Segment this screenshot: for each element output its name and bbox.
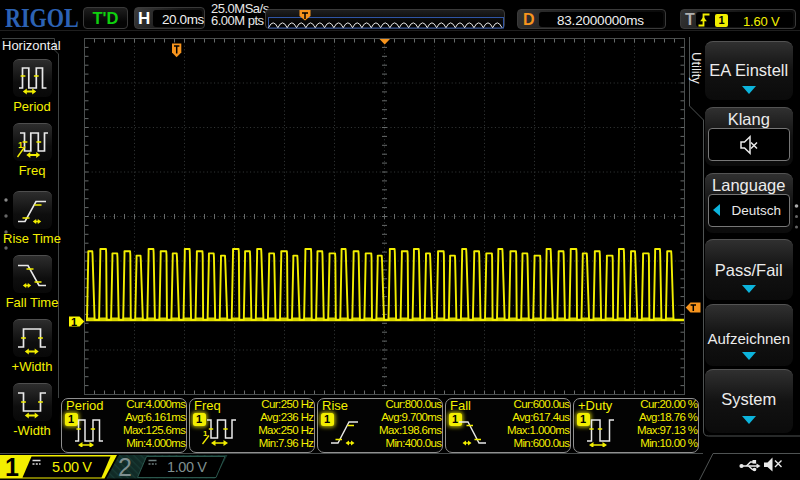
svg-text:1: 1	[5, 453, 19, 480]
svg-text:5.00 V: 5.00 V	[52, 459, 92, 475]
svg-text:2: 2	[118, 453, 132, 480]
svg-text:1: 1	[203, 429, 208, 438]
svg-text:1.00 V: 1.00 V	[167, 459, 207, 475]
svg-text:1: 1	[71, 316, 77, 328]
